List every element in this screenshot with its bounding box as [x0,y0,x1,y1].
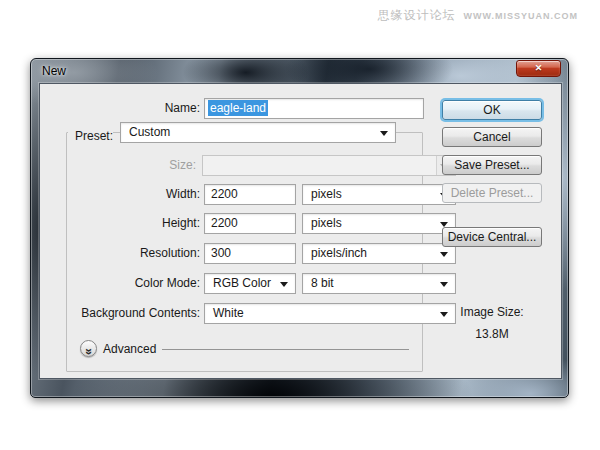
device-central-button[interactable]: Device Central... [442,227,542,247]
chevron-down-icon [380,131,388,136]
background-contents-value: White [213,306,244,320]
name-input-selected-text: eagle-land [208,100,268,116]
image-size-label: Image Size: [442,305,542,319]
watermark-site-url: WWW.MISSYUAN.COM [464,11,579,21]
height-label: Height: [40,216,200,230]
name-input[interactable]: eagle-land [204,98,424,119]
image-size-value: 13.8M [442,327,542,341]
width-input-value: 2200 [211,187,238,201]
resolution-input-value: 300 [211,246,231,260]
resolution-input[interactable]: 300 [204,243,296,264]
chevron-down-icon [440,252,448,257]
chevron-down-icon [280,282,288,287]
chevron-down-icon [440,282,448,287]
double-chevron-down-icon: » [81,348,96,355]
size-label: Size: [40,158,196,172]
cancel-button[interactable]: Cancel [442,127,542,147]
preset-label: Preset: [68,129,113,143]
new-document-dialog: New ✕ Name: eagle-land Preset: Custom Si… [30,58,569,398]
advanced-label: Advanced [103,342,156,356]
preset-select[interactable]: Custom [120,122,396,143]
height-unit-select[interactable]: pixels [302,213,456,234]
close-button[interactable]: ✕ [516,60,561,77]
width-unit-value: pixels [311,187,342,201]
resolution-unit-value: pixels/inch [311,246,367,260]
resolution-unit-select[interactable]: pixels/inch [302,243,456,264]
height-unit-value: pixels [311,216,342,230]
watermark: 思缘设计论坛 WWW.MISSYUAN.COM [378,7,579,24]
name-label: Name: [40,101,200,115]
color-mode-value: RGB Color [213,276,271,290]
advanced-separator [162,349,409,350]
background-contents-select[interactable]: White [204,303,456,324]
color-mode-select[interactable]: RGB Color [204,273,296,294]
width-input[interactable]: 2200 [204,184,296,205]
height-input[interactable]: 2200 [204,213,296,234]
ok-button[interactable]: OK [442,100,542,120]
save-preset-button[interactable]: Save Preset... [442,155,542,175]
size-select [202,155,456,176]
height-input-value: 2200 [211,216,238,230]
advanced-expand-button[interactable]: » [80,340,97,357]
watermark-site-name: 思缘设计论坛 [378,7,456,24]
delete-preset-button: Delete Preset... [442,183,542,203]
preset-select-value: Custom [129,125,170,139]
color-mode-label: Color Mode: [40,276,200,290]
dialog-content: Name: eagle-land Preset: Custom Size: Wi… [39,83,562,379]
close-icon: ✕ [535,63,543,73]
width-unit-select[interactable]: pixels [302,184,456,205]
background-contents-label: Background Contents: [40,306,200,320]
dialog-title: New [42,64,66,78]
bit-depth-select[interactable]: 8 bit [302,273,456,294]
resolution-label: Resolution: [40,246,200,260]
width-label: Width: [40,187,200,201]
bit-depth-value: 8 bit [311,276,334,290]
